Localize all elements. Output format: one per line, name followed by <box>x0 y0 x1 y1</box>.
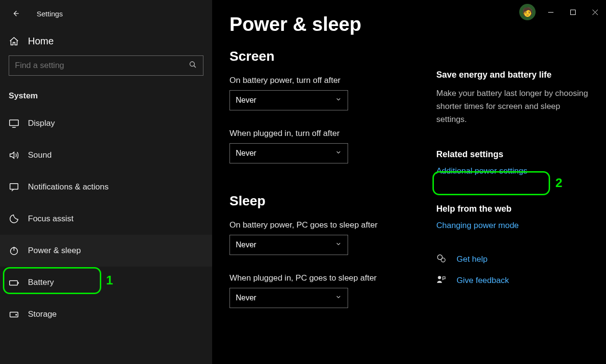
close-button[interactable] <box>584 4 606 20</box>
svg-rect-4 <box>10 281 18 285</box>
svg-rect-1 <box>10 120 18 126</box>
sidebar-item-label: Storage <box>28 310 57 319</box>
svg-point-6 <box>16 314 17 315</box>
screen-plugged-label: When plugged in, turn off after <box>229 129 422 138</box>
sidebar-item-label: Focus assist <box>28 214 73 224</box>
related-settings-title: Related settings <box>436 149 591 160</box>
sidebar-item-storage[interactable]: Storage <box>0 298 212 330</box>
sleep-battery-label: On battery power, PC goes to sleep after <box>229 220 422 230</box>
give-feedback-link[interactable]: Give feedback <box>436 275 591 286</box>
give-feedback-label: Give feedback <box>457 276 509 285</box>
chevron-down-icon <box>335 149 342 158</box>
display-icon <box>9 118 22 129</box>
screen-section-title: Screen <box>229 49 422 64</box>
help-icon <box>436 254 446 265</box>
sleep-section-title: Sleep <box>229 193 422 209</box>
sleep-battery-select[interactable]: Never <box>229 235 348 255</box>
power-icon <box>9 245 22 256</box>
energy-text: Make your battery last longer by choosin… <box>436 87 591 126</box>
user-avatar[interactable]: 🧑 <box>519 4 536 20</box>
close-icon <box>593 10 598 15</box>
home-nav[interactable]: Home <box>0 25 212 55</box>
sidebar-item-battery[interactable]: Battery <box>0 267 212 298</box>
storage-icon <box>9 309 22 320</box>
search-input[interactable] <box>9 55 203 76</box>
svg-rect-2 <box>10 184 18 189</box>
main-panel: Power & sleep Screen On battery power, t… <box>212 0 606 364</box>
sidebar-item-label: Notifications & actions <box>28 182 108 192</box>
screen-battery-value: Never <box>236 96 256 105</box>
svg-point-8 <box>441 258 445 262</box>
notifications-icon <box>9 182 22 192</box>
right-panel: Save energy and battery life Make your b… <box>436 70 591 296</box>
sleep-plugged-label: When plugged in, PC goes to sleep after <box>229 273 422 283</box>
maximize-icon <box>570 10 576 15</box>
svg-point-0 <box>190 62 194 66</box>
back-button[interactable] <box>9 7 22 20</box>
chevron-down-icon <box>335 294 342 302</box>
search-icon <box>189 61 197 70</box>
maximize-button[interactable] <box>562 4 584 20</box>
battery-icon <box>9 277 22 288</box>
home-label: Home <box>28 36 54 47</box>
category-label: System <box>0 84 212 108</box>
get-help-label: Get help <box>457 255 487 264</box>
screen-plugged-value: Never <box>236 149 256 158</box>
energy-title: Save energy and battery life <box>436 70 591 80</box>
sidebar-item-power-sleep[interactable]: Power & sleep <box>0 235 212 267</box>
minimize-icon <box>548 10 553 15</box>
feedback-icon <box>436 275 446 286</box>
sidebar-item-display[interactable]: Display <box>0 108 212 139</box>
sound-icon <box>9 150 22 161</box>
additional-power-settings-link[interactable]: Additional power settings <box>436 166 591 176</box>
screen-plugged-select[interactable]: Never <box>229 143 348 163</box>
sidebar-item-notifications[interactable]: Notifications & actions <box>0 171 212 203</box>
sleep-plugged-value: Never <box>236 294 256 302</box>
sidebar: Settings Home System Display <box>0 0 212 364</box>
chevron-down-icon <box>335 241 342 249</box>
sleep-battery-value: Never <box>236 241 256 249</box>
focus-assist-icon <box>9 214 22 224</box>
sidebar-item-label: Sound <box>28 150 52 160</box>
app-title: Settings <box>37 10 63 18</box>
sidebar-item-label: Battery <box>28 278 54 287</box>
screen-battery-select[interactable]: Never <box>229 90 348 110</box>
chevron-down-icon <box>335 96 342 105</box>
sidebar-item-label: Power & sleep <box>28 246 81 256</box>
minimize-button[interactable] <box>539 4 562 20</box>
sidebar-item-sound[interactable]: Sound <box>0 139 212 171</box>
sleep-plugged-select[interactable]: Never <box>229 288 348 308</box>
changing-power-mode-link[interactable]: Changing power mode <box>436 221 591 230</box>
help-from-web-title: Help from the web <box>436 204 591 214</box>
back-arrow-icon <box>11 9 20 18</box>
svg-rect-10 <box>570 10 575 14</box>
page-title: Power & sleep <box>229 13 422 35</box>
sidebar-item-label: Display <box>28 119 55 128</box>
home-icon <box>9 36 22 47</box>
svg-point-9 <box>438 276 441 279</box>
get-help-link[interactable]: Get help <box>436 254 591 265</box>
screen-battery-label: On battery power, turn off after <box>229 76 422 85</box>
sidebar-item-focus-assist[interactable]: Focus assist <box>0 203 212 235</box>
